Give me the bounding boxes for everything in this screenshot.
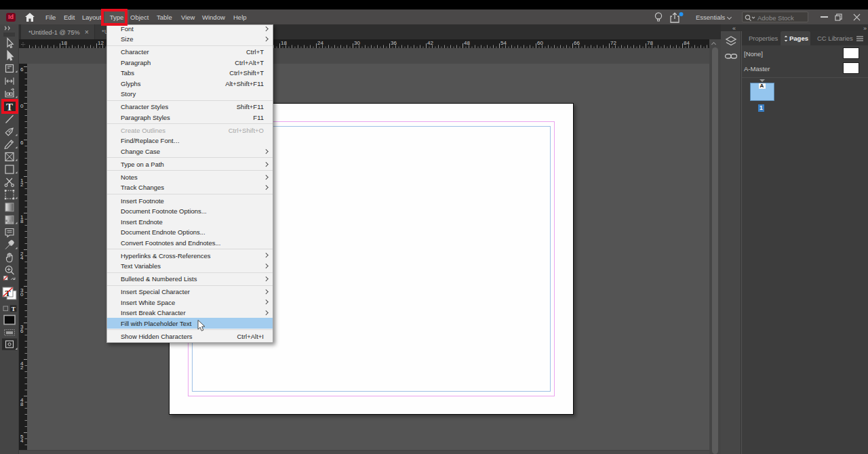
svg-text:42: 42 [427, 40, 433, 46]
svg-text:84: 84 [684, 40, 690, 46]
svg-text:8: 8 [20, 218, 24, 224]
svg-text:0: 0 [20, 103, 24, 109]
svg-text:54: 54 [500, 40, 507, 46]
svg-text:12: 12 [98, 40, 104, 46]
svg-text:36: 36 [391, 40, 397, 46]
svg-text:6: 6 [20, 328, 24, 334]
svg-text:4: 4 [20, 255, 24, 261]
svg-text:0: 0 [20, 291, 24, 297]
svg-text:24: 24 [317, 40, 323, 46]
svg-text:66: 66 [574, 40, 580, 46]
svg-text:48: 48 [464, 40, 470, 46]
svg-text:6: 6 [20, 140, 24, 146]
svg-text:30: 30 [354, 40, 360, 46]
svg-text:60: 60 [537, 40, 543, 46]
svg-text:T: T [12, 306, 16, 312]
svg-text:18: 18 [61, 40, 67, 46]
svg-text:2: 2 [20, 182, 24, 188]
svg-text:6: 6 [20, 66, 24, 73]
svg-text:2: 2 [20, 365, 24, 371]
svg-text:4: 4 [20, 438, 24, 444]
svg-text:18: 18 [281, 40, 287, 46]
svg-text:72: 72 [610, 40, 616, 46]
svg-text:78: 78 [647, 40, 653, 46]
svg-text:8: 8 [20, 401, 24, 407]
